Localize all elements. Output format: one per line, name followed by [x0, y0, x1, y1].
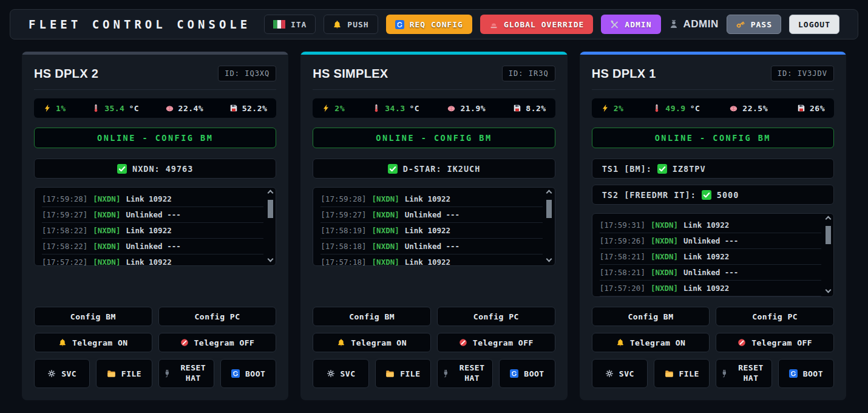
log-message: Unlinked ---	[405, 242, 459, 251]
log-tag: [NXDN]	[93, 194, 120, 203]
italy-flag-icon	[273, 20, 285, 29]
app-title: FLEET CONTROL CONSOLE	[29, 18, 251, 31]
config-bm-button[interactable]: Config BM	[34, 307, 152, 326]
header: FLEET CONTROL CONSOLE ITA PUSH REQ CONFI…	[10, 9, 858, 39]
config-bm-button[interactable]: Config BM	[592, 307, 710, 326]
scroll-up-icon[interactable]	[546, 190, 552, 196]
log-time: [17:59:27]	[42, 210, 87, 219]
admin-button[interactable]: ADMIN	[601, 15, 660, 34]
scroll-down-icon[interactable]	[267, 256, 273, 262]
floppy-icon	[513, 104, 521, 112]
telegram-off-button[interactable]: Telegram OFF	[437, 333, 555, 352]
admin-button-label: ADMIN	[625, 20, 651, 29]
bell-icon	[333, 20, 342, 29]
log-row: [17:58:21][NXDN]Unlinked ---	[600, 265, 821, 281]
tools-icon	[610, 20, 619, 29]
scrollbar-thumb[interactable]	[546, 200, 552, 218]
push-button-label: PUSH	[347, 20, 368, 29]
check-icon	[702, 190, 711, 200]
push-button[interactable]: PUSH	[324, 15, 378, 34]
temperature-stat: 49.9°C	[653, 104, 700, 113]
file-button[interactable]: FILE	[654, 359, 710, 388]
logout-button[interactable]: LOGOUT	[789, 15, 839, 34]
boot-button[interactable]: BOOT	[220, 359, 276, 388]
log-scrollbar[interactable]	[546, 189, 553, 264]
scrollbar-thumb[interactable]	[826, 226, 831, 244]
plug-icon	[720, 369, 728, 378]
log-tag: [NXDN]	[372, 242, 399, 251]
folder-icon	[385, 369, 395, 378]
no-entry-icon	[180, 338, 189, 347]
boot-button[interactable]: BOOT	[778, 359, 834, 388]
language-button[interactable]: ITA	[264, 15, 316, 34]
log-time: [17:59:26]	[600, 236, 645, 245]
scroll-up-icon[interactable]	[267, 190, 273, 196]
log-time: [17:58:22]	[42, 242, 87, 251]
user-icon	[669, 19, 679, 29]
device-cards: HS DPLX 2 ID: IQ3XQ 1% 35.4°C 22.4% 52.2…	[22, 52, 846, 400]
device-title: HS DPLX 1	[592, 67, 656, 81]
bell-icon	[337, 338, 345, 347]
thermometer-icon	[92, 104, 100, 112]
mode-value: 49763	[166, 164, 194, 174]
mode-row-ts1: TS1 [BM]: IZ8TPV	[592, 159, 834, 179]
lightning-icon	[601, 104, 609, 112]
log-message: Link 10922	[683, 284, 729, 293]
pass-button[interactable]: PASS	[727, 15, 781, 34]
telegram-on-button[interactable]: Telegram ON	[34, 333, 152, 352]
telegram-on-button[interactable]: Telegram ON	[313, 333, 431, 352]
req-config-button[interactable]: REQ CONFIG	[386, 15, 472, 34]
telegram-on-button[interactable]: Telegram ON	[592, 333, 710, 352]
folder-icon	[665, 369, 674, 378]
log-scrollbar[interactable]	[266, 189, 274, 264]
config-bm-button[interactable]: Config BM	[313, 307, 431, 326]
brain-icon	[165, 104, 174, 113]
card-hs-dplx-2: HS DPLX 2 ID: IQ3XQ 1% 35.4°C 22.4% 52.2…	[22, 52, 288, 400]
disk-stat: 52.2%	[229, 104, 268, 113]
scroll-up-icon[interactable]	[825, 216, 831, 222]
card-hs-dplx-1: HS DPLX 1 ID: IV3JDV 2% 49.9°C 22.5% 26%…	[580, 52, 846, 400]
no-entry-icon	[737, 338, 746, 347]
config-pc-button[interactable]: Config PC	[158, 307, 277, 326]
config-pc-button[interactable]: Config PC	[716, 307, 834, 326]
log-scrollbar[interactable]	[824, 216, 832, 295]
card-hs-simplex: HS SIMPLEX ID: IR3Q 2% 34.3°C 21.9% 8.2%…	[300, 52, 567, 400]
svc-button[interactable]: SVC	[313, 359, 368, 388]
reset-hat-button[interactable]: RESET HAT	[716, 359, 771, 388]
brain-icon	[447, 104, 456, 113]
scrollbar-thumb[interactable]	[268, 200, 273, 218]
refresh-icon	[231, 369, 240, 378]
mode-value: IZ8TPV	[673, 164, 706, 174]
temperature-stat: 34.3°C	[372, 104, 419, 113]
svc-button[interactable]: SVC	[592, 359, 648, 388]
svc-button[interactable]: SVC	[34, 359, 90, 388]
log-row: [17:59:28][NXDN]Link 10922	[320, 191, 542, 207]
log-row: [17:59:27][NXDN]Unlinked ---	[320, 207, 542, 223]
file-button[interactable]: FILE	[96, 359, 152, 388]
log-time: [17:58:19]	[320, 226, 366, 235]
status-banner: ONLINE - CONFIG BM	[592, 128, 834, 148]
boot-button[interactable]: BOOT	[499, 359, 555, 388]
log-time: [17:59:27]	[320, 210, 366, 219]
log-row: [17:57:22][NXDN]Link 10922	[42, 254, 263, 266]
thermometer-icon	[372, 104, 381, 112]
siren-icon	[489, 20, 498, 29]
file-button[interactable]: FILE	[375, 359, 431, 388]
telegram-off-button[interactable]: Telegram OFF	[158, 333, 277, 352]
log-row: [17:58:21][NXDN]Link 10922	[600, 249, 821, 265]
scroll-down-icon[interactable]	[825, 287, 831, 293]
global-override-button[interactable]: GLOBAL OVERRIDE	[480, 15, 593, 34]
plug-icon	[163, 369, 171, 378]
log-panel: [17:59:31][NXDN]Link 10922 [17:59:26][NX…	[592, 213, 834, 297]
config-pc-button[interactable]: Config PC	[437, 307, 555, 326]
floppy-icon	[229, 104, 238, 112]
memory-stat: 22.5%	[729, 104, 768, 113]
telegram-off-button[interactable]: Telegram OFF	[716, 333, 834, 352]
reset-hat-button[interactable]: RESET HAT	[437, 359, 493, 388]
lightning-icon	[43, 104, 52, 112]
log-tag: [NXDN]	[372, 210, 399, 219]
reset-hat-button[interactable]: RESET HAT	[158, 359, 214, 388]
scroll-down-icon[interactable]	[546, 256, 552, 262]
stats-bar: 2% 49.9°C 22.5% 26%	[592, 98, 834, 118]
mode-value: IK2UCH	[447, 164, 481, 174]
